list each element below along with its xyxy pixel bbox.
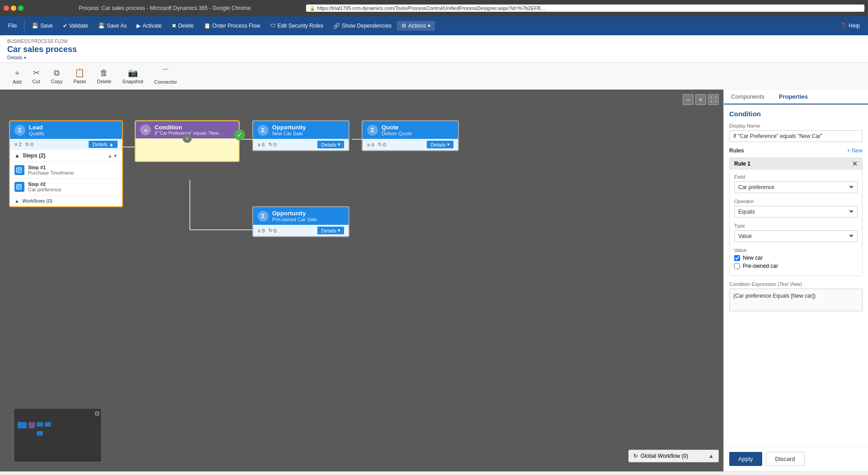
address-bar[interactable]: 🔒 https://trial1705.crm.dynamics.com/Too… <box>306 5 864 12</box>
connector-button[interactable]: ⌒ Connector <box>149 66 183 86</box>
display-name-input[interactable] <box>729 130 863 142</box>
minimize-button[interactable] <box>11 5 16 11</box>
rule-1-body: Field Car preference Operator Equals <box>730 170 862 276</box>
workflows-icon: ↻ <box>25 142 29 147</box>
copy-button[interactable]: ⧉ Copy <box>46 66 68 86</box>
field-select[interactable]: Car preference <box>734 181 858 193</box>
delete-button[interactable]: ✖ Delete <box>167 21 198 31</box>
opp-preowned-workflows-stat: ↻ 0 <box>269 228 277 233</box>
save-as-button[interactable]: 💾 Save As <box>94 21 131 31</box>
minimap-condition-node <box>28 422 35 428</box>
actions-button[interactable]: ⚙ Actions ▾ <box>397 21 435 31</box>
maximize-button[interactable] <box>18 5 24 11</box>
delete-tool-icon: 🗑 <box>100 68 108 78</box>
fit-button[interactable]: ⛶ <box>708 94 719 105</box>
snapshot-button[interactable]: 📷 Snapshot <box>117 66 148 86</box>
zoom-out-button[interactable]: − <box>683 94 693 105</box>
lead-node-title: Lead <box>29 124 44 131</box>
minimap-content <box>14 408 101 462</box>
lead-node-subtitle: Qualify <box>29 131 44 136</box>
actions-icon: ⚙ <box>401 23 406 29</box>
chevron-down-icon: ▾ <box>428 23 430 29</box>
rule-1-close-button[interactable]: ✕ <box>852 160 858 167</box>
opportunity-new-node: Σ Opportunity New Car Sale ≡ 6 ↻ 0 <box>252 120 349 151</box>
value-option-1-row: New car <box>734 255 858 261</box>
add-button[interactable]: ＋ Add <box>7 66 27 86</box>
opp-preowned-stats: ≡ 9 ↻ 0 Details ▾ <box>253 225 349 236</box>
step-1-text: Step #1 Purchase Timeframe <box>28 165 74 176</box>
opp-preowned-refresh-icon: ↻ <box>269 228 273 233</box>
copy-icon: ⧉ <box>54 68 60 78</box>
sort-buttons: ▲ ▼ <box>108 153 118 158</box>
save-as-icon: 💾 <box>98 23 105 29</box>
panel-body: Condition Display Name Rules + New Rule … <box>724 104 868 446</box>
snapshot-icon: 📷 <box>128 68 138 78</box>
tab-components[interactable]: Components <box>724 90 772 104</box>
global-workflow-label: Global Workflow (0) <box>641 453 688 459</box>
operator-select[interactable]: Equals <box>734 206 858 218</box>
condition-close-button[interactable]: × <box>183 134 192 143</box>
apply-button[interactable]: Apply <box>729 452 762 466</box>
rule-1-box: Rule 1 ✕ Field Car preference Operator <box>729 157 863 276</box>
global-workflow-collapse-button[interactable]: ▲ <box>708 453 714 459</box>
edit-security-roles-button[interactable]: 🛡 Edit Security Roles <box>266 21 328 31</box>
order-process-flow-button[interactable]: 📋 Order Process Flow <box>199 21 265 31</box>
workflows-row: ▲ Workflows (0) <box>10 195 122 206</box>
operator-group: Operator Equals <box>734 199 858 218</box>
details-chevron-icon: ▾ <box>24 55 26 60</box>
sort-up-button[interactable]: ▲ <box>108 153 112 158</box>
workflows-row-icon: ▲ <box>14 198 19 204</box>
cut-button[interactable]: ✂ Cut <box>27 66 46 86</box>
opp-new-refresh-icon: ↻ <box>269 142 273 147</box>
opp-preowned-header: Σ Opportunity Pre-owned Car Sale <box>253 207 349 225</box>
breadcrumb: BUSINESS PROCESS FLOW <box>7 39 861 44</box>
paste-icon: 📋 <box>75 68 85 78</box>
condition-section-title: Condition <box>729 110 863 118</box>
new-car-checkbox[interactable] <box>734 255 740 261</box>
details-link[interactable]: Details <box>7 55 23 60</box>
minimap-opp-preowned-node <box>37 431 43 436</box>
step-2-item[interactable]: Step #2 Car preference <box>10 179 122 195</box>
activate-button[interactable]: ▶ Activate <box>132 21 166 31</box>
show-dependencies-button[interactable]: 🔗 Show Dependencies <box>329 21 396 31</box>
discard-button[interactable]: Discard <box>766 452 805 466</box>
lead-details-button[interactable]: Details ▲ <box>89 141 118 148</box>
field-group: Field Car preference <box>734 174 858 193</box>
help-button[interactable]: ❓ Help <box>835 21 864 31</box>
file-button[interactable]: File <box>4 21 21 31</box>
security-icon: 🛡 <box>270 23 276 29</box>
validate-button[interactable]: ✔ Validate <box>58 21 93 31</box>
new-rule-link[interactable]: + New <box>847 147 863 154</box>
condition-box: ⬦ Condition If "Car Preference" equals "… <box>135 120 240 162</box>
delete-tool-button[interactable]: 🗑 Delete <box>92 66 117 86</box>
preowned-car-checkbox[interactable] <box>734 263 740 269</box>
quote-node: Σ Quote Deliver Quote ≡ 4 ↻ 0 <box>362 120 459 151</box>
zoom-in-button[interactable]: + <box>695 94 706 105</box>
minimap-lead-node <box>18 422 27 428</box>
opp-preowned-details-button[interactable]: Details ▾ <box>317 227 344 234</box>
save-icon: 💾 <box>32 23 38 29</box>
quote-header: Σ Quote Deliver Quote <box>363 121 458 139</box>
browser-window-controls[interactable] <box>4 5 24 11</box>
condition-check-icon: ✓ <box>234 129 245 140</box>
tab-properties[interactable]: Properties <box>772 90 815 104</box>
ribbon: File 💾 Save ✔ Validate 💾 Save As ▶ Activ… <box>0 16 868 35</box>
opp-new-details-button[interactable]: Details ▾ <box>317 141 344 148</box>
paste-button[interactable]: 📋 Paste <box>68 66 91 86</box>
canvas[interactable]: − + ⛶ Σ Lead Qualify <box>0 90 723 471</box>
save-button[interactable]: 💾 Save <box>27 21 57 31</box>
opp-new-steps-stat: ≡ 6 <box>258 142 265 147</box>
sort-down-button[interactable]: ▼ <box>113 153 118 158</box>
type-select[interactable]: Value <box>734 230 858 242</box>
opp-preowned-steps-stat: ≡ 9 <box>258 228 265 233</box>
dependencies-icon: 🔗 <box>333 23 340 29</box>
step-1-item[interactable]: Step #1 Purchase Timeframe <box>10 162 122 179</box>
quote-workflows-stat: ↻ 0 <box>378 142 386 147</box>
close-button[interactable] <box>4 5 9 11</box>
minimap-quote-node <box>45 422 51 427</box>
quote-steps-stat: ≡ 4 <box>367 142 374 147</box>
opp-new-stats: ≡ 6 ↻ 0 Details ▾ <box>253 139 349 150</box>
quote-details-button[interactable]: Details ▾ <box>427 141 453 148</box>
lead-node-icon: Σ <box>14 125 25 136</box>
quote-refresh-icon: ↻ <box>378 142 382 147</box>
